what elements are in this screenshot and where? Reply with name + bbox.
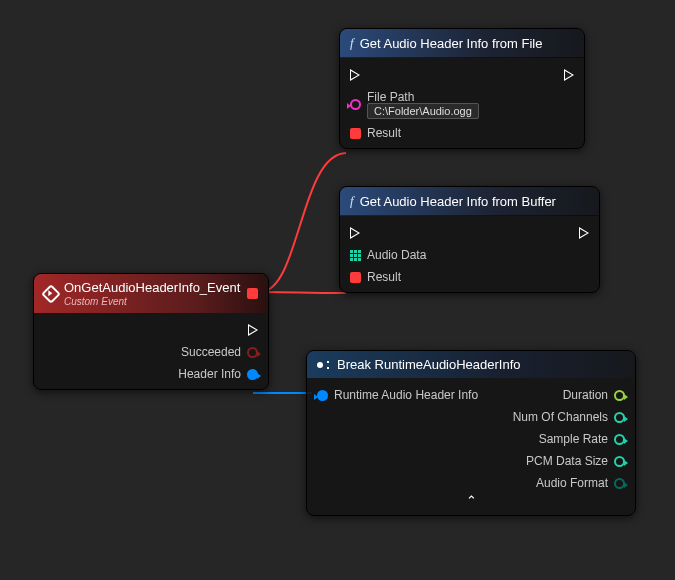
exec-out-pin[interactable] [564,69,574,81]
node-title: OnGetAudioHeaderInfo_Event [64,280,240,295]
expand-toggle[interactable]: ⌃ [307,494,635,511]
exec-out-pin[interactable] [579,227,589,239]
node-title: Break RuntimeAudioHeaderInfo [337,357,521,372]
node-header: Break RuntimeAudioHeaderInfo [307,351,635,378]
pin-audiodata[interactable] [350,250,361,261]
pin-label-audiodata: Audio Data [367,248,426,262]
filepath-input[interactable]: C:\Folder\Audio.ogg [367,103,479,119]
node-header: OnGetAudioHeaderInfo_Event Custom Event [34,274,268,313]
break-icon [317,360,331,370]
exec-in-pin[interactable] [350,69,360,81]
pin-result-delegate[interactable] [350,272,361,283]
node-get-from-file[interactable]: f Get Audio Header Info from File File P… [339,28,585,149]
pin-samplerate[interactable] [614,434,625,445]
pin-filepath[interactable] [350,99,361,110]
event-icon [41,284,61,304]
pin-label-result: Result [367,270,401,284]
node-event[interactable]: OnGetAudioHeaderInfo_Event Custom Event … [33,273,269,390]
pin-rahi[interactable] [317,390,328,401]
function-icon: f [350,193,354,209]
pin-label-succeeded: Succeeded [181,345,241,359]
pin-label-headerinfo: Header Info [178,367,241,381]
pin-label-samplerate: Sample Rate [539,432,608,446]
pin-numchannels[interactable] [614,412,625,423]
pin-pcm[interactable] [614,456,625,467]
node-get-from-buffer[interactable]: f Get Audio Header Info from Buffer Audi… [339,186,600,293]
node-title: Get Audio Header Info from Buffer [360,194,556,209]
exec-in-pin[interactable] [350,227,360,239]
node-title: Get Audio Header Info from File [360,36,543,51]
node-header: f Get Audio Header Info from File [340,29,584,58]
pin-label-filepath: File Path [367,90,414,104]
pin-label-format: Audio Format [536,476,608,490]
node-break-struct[interactable]: Break RuntimeAudioHeaderInfo Runtime Aud… [306,350,636,516]
exec-out-pin[interactable] [248,324,258,336]
pin-label-numchannels: Num Of Channels [513,410,608,424]
pin-label-rahi: Runtime Audio Header Info [334,388,478,402]
node-subtitle: Custom Event [64,296,240,307]
pin-format[interactable] [614,478,625,489]
pin-label-duration: Duration [563,388,608,402]
function-icon: f [350,35,354,51]
pin-succeeded[interactable] [247,347,258,358]
pin-label-result: Result [367,126,401,140]
delegate-pin[interactable] [247,288,258,299]
pin-headerinfo[interactable] [247,369,258,380]
pin-result-delegate[interactable] [350,128,361,139]
node-header: f Get Audio Header Info from Buffer [340,187,599,216]
pin-label-pcm: PCM Data Size [526,454,608,468]
pin-duration[interactable] [614,390,625,401]
